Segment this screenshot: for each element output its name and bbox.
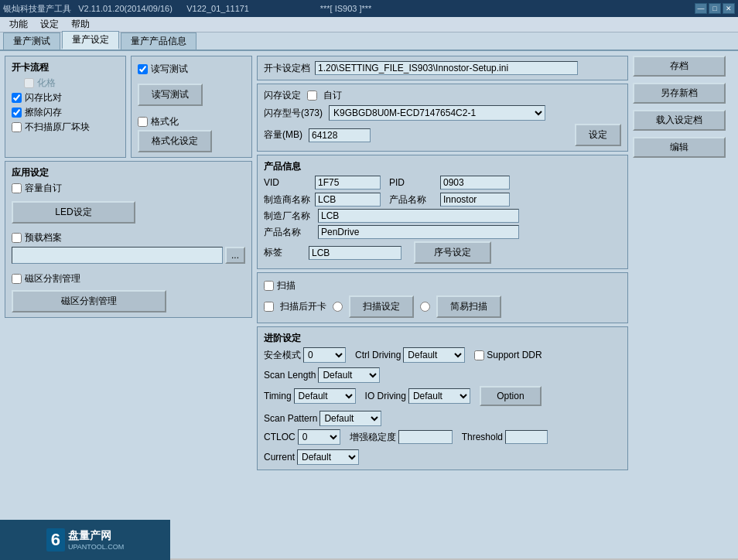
- security-field: 安全模式 0: [264, 347, 346, 363]
- yingyong-panel: 应用设定 容量自订 LED设定 预载档案 ...: [5, 161, 252, 318]
- option-button[interactable]: Option: [480, 386, 542, 406]
- kaika-title: 开卡流程: [12, 61, 119, 74]
- support-ddr-label: Support DDR: [487, 350, 542, 360]
- current-field: Current Default: [264, 449, 359, 465]
- tab-mass-product-info[interactable]: 量产产品信息: [121, 32, 196, 50]
- load-button[interactable]: 载入设定档: [633, 110, 726, 131]
- scan-pattern-select[interactable]: Default: [319, 411, 381, 426]
- security-select[interactable]: 0: [303, 347, 346, 363]
- geishi-check-row: 格式化: [138, 115, 245, 128]
- serial-button[interactable]: 序号设定: [414, 241, 491, 264]
- advanced-panel: 进阶设定 安全模式 0 Ctrl Driving Default: [257, 326, 628, 470]
- vid-input[interactable]: 1F75: [315, 176, 381, 190]
- scan-radio2[interactable]: [420, 302, 430, 312]
- save-button[interactable]: 存档: [633, 56, 726, 77]
- menu-item-settings[interactable]: 设定: [34, 17, 65, 32]
- threshold-label: Threshold: [462, 432, 503, 442]
- after-scan-label: 扫描后开卡: [280, 300, 326, 313]
- vid-label: VID: [264, 177, 310, 188]
- yuzai-browse-button[interactable]: ...: [225, 247, 245, 264]
- scan-pattern-label: Scan Pattern: [264, 413, 317, 424]
- watermark-line2: UPANTOOL.COM: [68, 543, 124, 551]
- shanchu-row: 擦除闪存: [12, 106, 119, 119]
- ctloc-label: CTLOC: [264, 432, 296, 442]
- yuzai-checkbox[interactable]: [12, 233, 22, 243]
- led-button[interactable]: LED设定: [12, 201, 135, 224]
- maximize-button[interactable]: □: [709, 3, 721, 14]
- kaika-setting-panel: 开卡设定档 1.20\SETTING_FILE_IS903\Innostor-S…: [257, 56, 628, 80]
- product2-input[interactable]: PenDrive: [318, 225, 519, 239]
- mfr-input[interactable]: LCB: [315, 193, 381, 207]
- tab-mass-settings[interactable]: 量产设定: [62, 31, 119, 50]
- watermark-logo: 6: [46, 528, 65, 551]
- simple-scan-button[interactable]: 简易扫描: [436, 295, 501, 318]
- minimize-button[interactable]: —: [695, 3, 707, 14]
- geishi-checkbox[interactable]: [138, 117, 148, 127]
- huafen-checkbox[interactable]: [24, 78, 34, 88]
- yuzai-row: 预载档案: [12, 231, 245, 244]
- rongluang-row: 容量自订: [12, 182, 245, 195]
- io-driving-select[interactable]: Default: [408, 388, 470, 404]
- tag-label: 标签: [264, 246, 282, 259]
- scan-checkbox[interactable]: [264, 281, 274, 291]
- ctloc-select[interactable]: 0: [298, 429, 340, 445]
- support-ddr-checkbox[interactable]: [474, 350, 484, 360]
- flash-panel: 闪存设定 自订 闪存型号(373) K9GBGD8U0M-ECD7147654C…: [257, 84, 628, 152]
- scan-setting-button[interactable]: 扫描设定: [349, 295, 414, 318]
- ciqu-checkbox[interactable]: [12, 274, 22, 284]
- menu-bar: 功能 设定 帮助: [0, 17, 738, 32]
- scan-label: 扫描: [277, 279, 296, 292]
- pid-label: PID: [389, 177, 436, 188]
- mfr-label: 制造商名称: [264, 193, 310, 207]
- enhance-input[interactable]: [398, 430, 453, 444]
- ctrl-driving-select[interactable]: Default: [403, 347, 465, 363]
- kaika-setting-input[interactable]: 1.20\SETTING_FILE_IS903\Innostor-Setup.i…: [315, 61, 578, 75]
- huafen-row: 化格: [24, 77, 119, 90]
- scan-length-label: Scan Length: [264, 370, 316, 381]
- geishi-check-label: 格式化: [151, 115, 179, 128]
- geishi-button[interactable]: 格式化设定: [138, 130, 212, 152]
- support-ddr-field: Support DDR: [474, 350, 542, 360]
- current-select[interactable]: Default: [297, 449, 359, 465]
- threshold-input[interactable]: [505, 430, 548, 444]
- shanchu-checkbox[interactable]: [12, 108, 22, 118]
- rongluang-checkbox[interactable]: [12, 183, 22, 193]
- timing-label: Timing: [264, 391, 292, 401]
- sheding-button[interactable]: 设定: [575, 124, 621, 146]
- capacity-input[interactable]: 64128: [309, 128, 371, 142]
- duxie-button[interactable]: 读写测试: [138, 84, 203, 106]
- after-scan-checkbox[interactable]: [264, 302, 274, 312]
- ciqu-button[interactable]: 磁区分割管理: [12, 290, 166, 312]
- mfr-factory-input[interactable]: LCB: [318, 209, 519, 223]
- yuzai-label: 预载档案: [25, 231, 62, 244]
- menu-item-function[interactable]: 功能: [3, 17, 34, 32]
- yingyong-title: 应用设定: [12, 166, 245, 179]
- timing-select[interactable]: Default: [294, 388, 356, 404]
- close-button[interactable]: ✕: [723, 3, 735, 14]
- pid-input[interactable]: 0903: [440, 176, 510, 190]
- flash-model-select[interactable]: K9GBGD8U0M-ECD7147654C2-1: [329, 105, 545, 121]
- product-panel: 产品信息 VID 1F75 PID 0903 制造商名称 LCB 产品名称 In…: [257, 155, 628, 269]
- yuzai-input[interactable]: [12, 247, 223, 264]
- scan-radio1[interactable]: [333, 302, 343, 312]
- io-driving-label: IO Driving: [365, 391, 406, 401]
- scan-length-select[interactable]: Default: [318, 367, 380, 383]
- ziding-checkbox[interactable]: [307, 90, 317, 101]
- edit-button[interactable]: 编辑: [633, 137, 726, 158]
- menu-item-help[interactable]: 帮助: [65, 17, 96, 32]
- product-name-input[interactable]: Innostor: [440, 193, 510, 207]
- flash-compare-label: 闪存比对: [25, 91, 62, 104]
- tab-mass-test[interactable]: 量产测试: [3, 32, 60, 50]
- ziding-label: 自订: [323, 89, 342, 102]
- watermark-line1: 盘量产网: [68, 529, 124, 543]
- tag-input[interactable]: LCB: [309, 246, 401, 260]
- device-id: V122_01_11171: [186, 4, 249, 13]
- main-content: 开卡流程 化格 闪存比对 擦除闪存 不扫描原厂: [0, 51, 738, 558]
- noscan-checkbox[interactable]: [12, 122, 22, 132]
- duxie-checkbox[interactable]: [138, 64, 148, 74]
- timing-field: Timing Default: [264, 388, 356, 404]
- save-as-button[interactable]: 另存新档: [633, 83, 726, 104]
- ctrl-driving-field: Ctrl Driving Default: [355, 347, 465, 363]
- flash-compare-checkbox[interactable]: [12, 93, 22, 103]
- ciqu-row: 磁区分割管理: [12, 272, 245, 285]
